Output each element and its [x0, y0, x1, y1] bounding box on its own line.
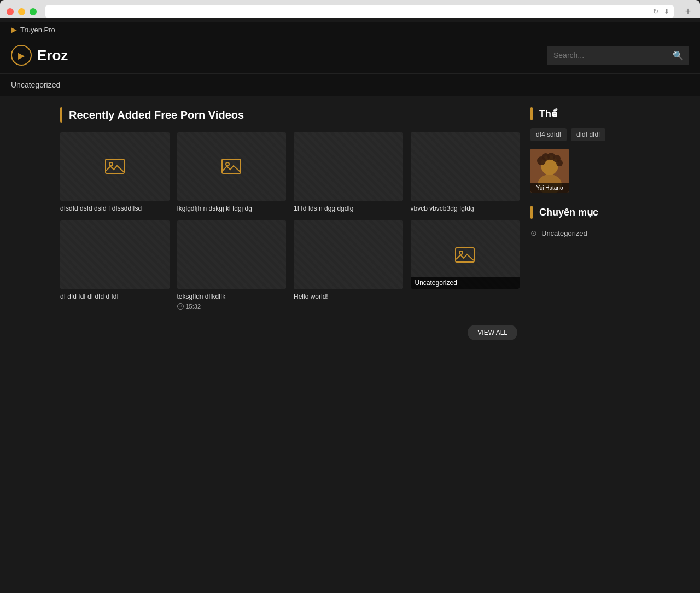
video-title-6: teksgfldn dlfkdlfk [177, 292, 287, 301]
video-thumb-6 [177, 220, 287, 289]
sidebar-cat-border [530, 206, 533, 219]
refresh-icon[interactable]: ↻ [652, 8, 660, 15]
video-thumb-7 [294, 220, 403, 289]
nav-item-uncategorized[interactable]: Uncategorized [11, 74, 60, 96]
image-placeholder-icon-2 [221, 159, 241, 174]
thumb-label-9: Uncategorized [411, 277, 520, 289]
video-duration-6: ⏱ 15:32 [177, 303, 287, 310]
play-circle-icon: ⊙ [530, 229, 537, 237]
search-button[interactable]: 🔍 [667, 46, 689, 65]
video-thumb-5 [60, 220, 170, 289]
svg-rect-2 [222, 159, 241, 173]
tag-0[interactable]: df4 sdfdf [530, 128, 567, 141]
search-input[interactable] [547, 46, 667, 64]
video-title-2: fkglgdfjh n dskgj kl fdgj dg [177, 204, 287, 213]
browser-controls: ↻ ⬇ + [7, 5, 693, 18]
section-header: Recently Added Free Porn Videos [60, 107, 520, 123]
video-title-3: 1f fd fds n dgg dgdfg [294, 204, 403, 213]
topbar-site-name: Truyen.Pro [20, 26, 55, 34]
new-tab-button[interactable]: + [682, 6, 693, 17]
svg-point-5 [459, 251, 463, 254]
video-title-7: Hello world! [294, 292, 403, 301]
sidebar-tags-border [530, 107, 533, 120]
section-title: Recently Added Free Porn Videos [69, 109, 244, 121]
video-card-5[interactable]: df dfd fdf df dfd d fdf [60, 220, 170, 309]
svg-point-13 [556, 160, 563, 166]
logo-text: Eroz [37, 47, 68, 64]
browser-chrome: ↻ ⬇ + [0, 0, 700, 18]
svg-rect-4 [456, 248, 474, 262]
top-bar-logo[interactable]: ▶ Truyen.Pro [11, 25, 55, 34]
header: ▶ Eroz 🔍 [0, 37, 700, 74]
logo-link[interactable]: ▶ Eroz [11, 45, 68, 66]
video-thumb-4 [411, 132, 520, 201]
video-card-2[interactable]: fkglgdfjh n dskgj kl fdgj dg [177, 132, 287, 213]
video-grid: dfsdfd dsfd dsfd f dfssddffsd [60, 132, 520, 310]
video-card-1[interactable]: dfsdfd dsfd dsfd f dfssddffsd [60, 132, 170, 213]
sidebar-categories-header: Chuyên mục [530, 206, 640, 219]
video-title-5: df dfd fdf df dfd d fdf [60, 292, 170, 301]
close-dot[interactable] [7, 8, 14, 15]
actor-name-overlay: Yui Hatano [530, 183, 569, 193]
image-placeholder-icon-9 [455, 247, 475, 263]
video-card-7[interactable]: Hello world! [294, 220, 403, 309]
sidebar-tags-title: Thể [539, 108, 557, 120]
actor-thumb-yui: Yui Hatano [530, 149, 569, 193]
svg-rect-0 [106, 159, 124, 173]
nav-bar: Uncategorized [0, 74, 700, 96]
video-thumb-9: Uncategorized [411, 220, 520, 289]
video-card-3[interactable]: 1f fd fds n dgg dgdfg [294, 132, 403, 213]
video-card-9[interactable]: Uncategorized [411, 220, 520, 309]
video-card-4[interactable]: vbvcb vbvcb3dg fgfdg [411, 132, 520, 213]
video-title-4: vbvcb vbvcb3dg fgfdg [411, 204, 520, 213]
search-bar: 🔍 [547, 46, 689, 65]
view-all-button[interactable]: VIEW ALL [468, 325, 517, 340]
minimize-dot[interactable] [18, 8, 25, 15]
download-icon[interactable]: ⬇ [663, 8, 670, 15]
sidebar-categories-title: Chuyên mục [539, 206, 598, 218]
main-layout: Recently Added Free Porn Videos [49, 96, 651, 351]
top-bar: ▶ Truyen.Pro [0, 22, 700, 37]
image-placeholder-icon-1 [105, 159, 125, 174]
video-card-6[interactable]: teksgfldn dlfkdlfk ⏱ 15:32 [177, 220, 287, 309]
video-title-1: dfsdfd dsfd dsfd f dfssddffsd [60, 204, 170, 213]
tag-1[interactable]: dfdf dfdf [571, 128, 605, 141]
actor-card-yui[interactable]: Yui Hatano [530, 149, 569, 193]
video-thumb-3 [294, 132, 403, 201]
cat-item-uncategorized[interactable]: ⊙ Uncategorized [530, 226, 640, 240]
video-thumb-2 [177, 132, 287, 201]
sidebar-tags-section: Thể df4 sdfdf dfdf dfdf [530, 107, 640, 193]
video-thumb-1 [60, 132, 170, 201]
site-wrapper: ▶ Truyen.Pro ▶ Eroz 🔍 Uncategorized Rece… [0, 22, 700, 351]
view-all-container: VIEW ALL [60, 317, 520, 340]
svg-point-3 [226, 162, 229, 166]
svg-point-1 [109, 162, 113, 166]
maximize-dot[interactable] [30, 8, 37, 15]
actors-container: Yui Hatano [530, 149, 640, 193]
sidebar: Thể df4 sdfdf dfdf dfdf [530, 107, 640, 340]
cat-label-uncategorized: Uncategorized [541, 229, 587, 237]
tags-list: df4 sdfdf dfdf dfdf [530, 128, 640, 141]
duration-text-6: 15:32 [186, 303, 201, 310]
clock-icon-6: ⏱ [177, 303, 184, 310]
logo-icon: ▶ [11, 45, 32, 66]
content-area: Recently Added Free Porn Videos [60, 107, 520, 340]
topbar-logo-icon: ▶ [11, 25, 17, 34]
address-bar[interactable]: ↻ ⬇ [45, 5, 674, 18]
section-border-accent [60, 107, 62, 123]
sidebar-categories-section: Chuyên mục ⊙ Uncategorized [530, 206, 640, 240]
sidebar-tags-header: Thể [530, 107, 640, 120]
